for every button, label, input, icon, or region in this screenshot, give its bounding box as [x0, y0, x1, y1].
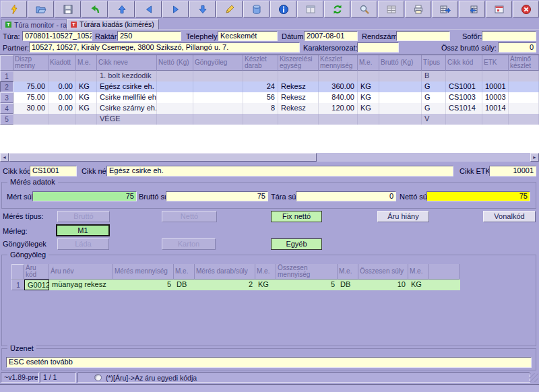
- scroll-left-icon[interactable]: ◄: [0, 153, 9, 162]
- ossz-brutto-suly-field[interactable]: 0: [498, 42, 536, 53]
- cell[interactable]: [379, 103, 422, 114]
- cell[interactable]: KG: [76, 81, 97, 92]
- aru-egyedi-kod-radio[interactable]: [94, 374, 102, 381]
- cell[interactable]: KG: [76, 92, 97, 103]
- last-record-button[interactable]: [189, 1, 216, 18]
- article-row[interactable]: 11. bolt kezdodikB: [0, 71, 539, 81]
- cell[interactable]: 75.00: [13, 81, 49, 92]
- cell[interactable]: [49, 114, 76, 125]
- cell[interactable]: [13, 114, 49, 125]
- refresh-button[interactable]: [324, 1, 350, 18]
- cell[interactable]: 10001: [482, 81, 509, 92]
- cell[interactable]: Rekesz: [278, 92, 319, 103]
- database-button[interactable]: [243, 1, 270, 18]
- rendszam-field[interactable]: [396, 31, 450, 41]
- cell[interactable]: 8: [243, 103, 278, 114]
- scroll-right-icon[interactable]: ►: [530, 153, 539, 162]
- cell[interactable]: [157, 81, 193, 92]
- cell[interactable]: [482, 114, 509, 125]
- datum-field[interactable]: 2007-08-01: [304, 31, 358, 41]
- cell[interactable]: [379, 114, 422, 125]
- cell[interactable]: Rekesz: [278, 103, 319, 114]
- cell[interactable]: [157, 92, 193, 103]
- tab-turara-kiadas[interactable]: T Túrára kiadás (kimérés): [67, 19, 159, 30]
- refresh-data-button[interactable]: [1, 1, 27, 18]
- cell[interactable]: KG: [408, 280, 429, 290]
- cell[interactable]: KG: [255, 280, 276, 290]
- cell[interactable]: 24: [243, 81, 278, 92]
- cell[interactable]: 5: [113, 280, 174, 290]
- tab-tura-monitor[interactable]: T Túra monitor - raktár: [1, 19, 67, 30]
- cell[interactable]: B: [422, 71, 446, 81]
- cell[interactable]: [319, 114, 358, 125]
- cell[interactable]: DB: [338, 280, 358, 290]
- cell[interactable]: 10014: [482, 103, 509, 114]
- cell[interactable]: 360.00: [319, 81, 358, 92]
- cell[interactable]: Csirke mellfilé eh.: [97, 92, 157, 103]
- cell[interactable]: [379, 81, 422, 92]
- cell[interactable]: [509, 92, 539, 103]
- cell[interactable]: G: [422, 92, 446, 103]
- horizontal-scrollbar[interactable]: ◄ ►: [0, 153, 539, 162]
- cell[interactable]: [482, 71, 509, 81]
- cell[interactable]: 10: [358, 280, 408, 290]
- article-row[interactable]: 375.000.00KGCsirke mellfilé eh.56Rekesz8…: [0, 92, 539, 103]
- cell[interactable]: G: [422, 103, 446, 114]
- cell[interactable]: [278, 114, 319, 125]
- cell[interactable]: [243, 114, 278, 125]
- scrollbar-thumb[interactable]: [9, 153, 317, 162]
- cell[interactable]: [76, 71, 97, 81]
- cell[interactable]: [509, 81, 539, 92]
- cell[interactable]: [319, 71, 358, 81]
- cell[interactable]: 5: [276, 280, 338, 290]
- uzenet-field[interactable]: ESC esetén tovább: [6, 357, 532, 368]
- resize-grip-icon[interactable]: [530, 373, 538, 382]
- cikk-etk-field[interactable]: 10001: [489, 166, 536, 176]
- cell[interactable]: CS1014: [446, 103, 482, 114]
- karaktersorozat-field[interactable]: [357, 42, 399, 53]
- mert-suly-field[interactable]: 75: [32, 191, 137, 201]
- raktar-field[interactable]: 250: [117, 31, 181, 41]
- telephely-field[interactable]: Kecskemét: [218, 31, 278, 41]
- cell[interactable]: [509, 103, 539, 114]
- cell[interactable]: Csirke szárny eh.: [97, 103, 157, 114]
- cell[interactable]: VÉGE: [97, 114, 157, 125]
- print-button[interactable]: [405, 1, 431, 18]
- cell[interactable]: 10003: [482, 92, 509, 103]
- cell[interactable]: [13, 71, 49, 81]
- edit-button[interactable]: [216, 1, 243, 18]
- cell[interactable]: [193, 103, 243, 114]
- grid-view-button[interactable]: [378, 1, 404, 18]
- cell[interactable]: G0012: [24, 280, 49, 290]
- cell[interactable]: [278, 71, 319, 81]
- cell[interactable]: 1. bolt kezdodik: [97, 71, 157, 81]
- cell[interactable]: [429, 280, 459, 290]
- cell[interactable]: V: [422, 114, 446, 125]
- cell[interactable]: [379, 71, 422, 81]
- save-button[interactable]: [55, 1, 81, 18]
- cell[interactable]: [193, 92, 243, 103]
- partner-field[interactable]: 10527, 10527, Király Csemege, 3800 Sziks…: [29, 42, 300, 53]
- cell[interactable]: [358, 71, 379, 81]
- cell[interactable]: [157, 71, 193, 81]
- article-row[interactable]: 275.000.00KGEgész csirke eh.24Rekesz360.…: [0, 81, 539, 92]
- info-button[interactable]: [270, 1, 296, 18]
- cell[interactable]: KG: [358, 103, 379, 114]
- cell[interactable]: G: [422, 81, 446, 92]
- cell[interactable]: [76, 114, 97, 125]
- cell[interactable]: [49, 71, 76, 81]
- cell[interactable]: 0.00: [49, 103, 76, 114]
- cell[interactable]: Rekesz: [278, 81, 319, 92]
- cell[interactable]: KG: [358, 92, 379, 103]
- cikk-nev-field[interactable]: Egész csirke eh.: [106, 166, 453, 176]
- first-record-button[interactable]: [108, 1, 135, 18]
- cikk-kod-field[interactable]: CS1001: [30, 166, 77, 176]
- cell[interactable]: [446, 71, 482, 81]
- cell[interactable]: KG: [358, 81, 379, 92]
- cell[interactable]: [193, 114, 243, 125]
- import-grid-button[interactable]: [459, 1, 485, 18]
- cell[interactable]: [243, 71, 278, 81]
- cell[interactable]: 120.00: [319, 103, 358, 114]
- cell[interactable]: KG: [76, 103, 97, 114]
- cell[interactable]: 56: [243, 92, 278, 103]
